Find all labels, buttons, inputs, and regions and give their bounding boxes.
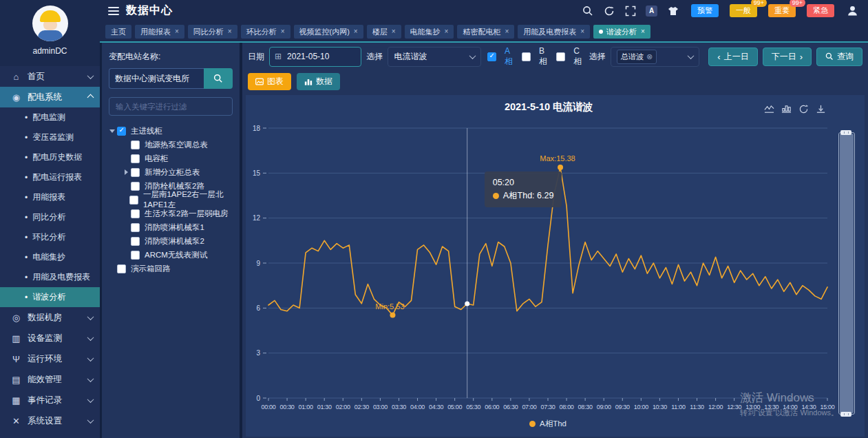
date-picker[interactable]: ⊞ bbox=[269, 47, 361, 67]
tree-node-一层南1APE2右一层北1APE1左[interactable]: 一层南1APE2右一层北1APE1左 bbox=[109, 193, 233, 207]
close-icon[interactable]: × bbox=[354, 25, 358, 39]
alert-badge-重要[interactable]: 重要99+ bbox=[768, 4, 796, 17]
close-icon[interactable]: × bbox=[445, 25, 449, 39]
sidebar-subitem-用能报表[interactable]: •用能报表 bbox=[0, 187, 100, 207]
tree-node-ARCM无线表测试[interactable]: ARCM无线表测试 bbox=[109, 248, 233, 262]
harmonic-order-select[interactable]: 总谐波 ⊗ bbox=[611, 47, 699, 67]
checkbox[interactable] bbox=[117, 127, 126, 136]
checkbox[interactable] bbox=[131, 251, 140, 260]
sidebar-subitem-同比分析[interactable]: •同比分析 bbox=[0, 207, 100, 227]
checkbox[interactable] bbox=[522, 52, 531, 61]
tab-用能报表[interactable]: 用能报表× bbox=[135, 25, 184, 39]
next-day-button[interactable]: 下一日 › bbox=[763, 48, 812, 66]
caret-down-icon[interactable] bbox=[109, 129, 116, 133]
sidebar-item-配电系统[interactable]: ◉配电系统 bbox=[0, 87, 100, 107]
alert-badge-一般[interactable]: 一般99+ bbox=[730, 4, 757, 17]
tree-node-主进线柜[interactable]: 主进线柜 bbox=[109, 124, 233, 138]
close-icon[interactable]: × bbox=[580, 25, 584, 39]
phase-checkbox-B相[interactable]: B相 bbox=[522, 46, 548, 67]
checkbox[interactable] bbox=[131, 223, 140, 232]
restore-icon[interactable] bbox=[798, 104, 809, 114]
checkbox[interactable] bbox=[131, 237, 140, 246]
fullscreen-icon[interactable] bbox=[624, 5, 636, 17]
phase-checkbox-A相[interactable]: A相 bbox=[487, 46, 514, 67]
sidebar-item-能效管理[interactable]: ▤能效管理 bbox=[0, 369, 100, 390]
sidebar-subitem-变压器监测[interactable]: •变压器监测 bbox=[0, 127, 100, 147]
close-icon[interactable]: × bbox=[175, 25, 179, 39]
sidebar-subitem-环比分析[interactable]: •环比分析 bbox=[0, 227, 100, 247]
date-input[interactable] bbox=[286, 51, 356, 62]
phase-checkbox-C相[interactable]: C相 bbox=[556, 46, 583, 67]
checkbox[interactable] bbox=[131, 209, 140, 218]
sidebar-subitem-电能集抄[interactable]: •电能集抄 bbox=[0, 247, 100, 267]
tree-node-消防喷淋机械泵1[interactable]: 消防喷淋机械泵1 bbox=[109, 220, 233, 234]
checkbox[interactable] bbox=[117, 264, 126, 273]
sidebar-subitem-用能及电费报表[interactable]: •用能及电费报表 bbox=[0, 267, 100, 287]
checkbox[interactable] bbox=[556, 52, 565, 61]
checkbox[interactable] bbox=[131, 154, 140, 163]
datazoom-handle-top[interactable] bbox=[840, 130, 851, 135]
tab-精密配电柜[interactable]: 精密配电柜× bbox=[457, 25, 514, 39]
prev-day-button[interactable]: ‹ 上一日 bbox=[708, 48, 757, 66]
datazoom-handle-bottom[interactable] bbox=[840, 412, 851, 417]
sidebar-item-设备监测[interactable]: ▥设备监测 bbox=[0, 328, 100, 348]
tab-环比分析[interactable]: 环比分析× bbox=[241, 25, 290, 39]
station-input[interactable] bbox=[109, 68, 204, 89]
line-view-icon[interactable] bbox=[764, 104, 774, 114]
refresh-icon[interactable] bbox=[603, 5, 615, 17]
sidebar-subitem-配电运行报表[interactable]: •配电运行报表 bbox=[0, 167, 100, 187]
caret-right-icon[interactable] bbox=[123, 169, 129, 175]
theme-skin-icon[interactable] bbox=[667, 5, 679, 17]
checkbox[interactable] bbox=[131, 182, 140, 191]
sidebar-item-系统设置[interactable]: ✕系统设置 bbox=[0, 410, 100, 431]
query-button[interactable]: 查询 bbox=[816, 48, 862, 66]
data-view-button[interactable]: 数据 bbox=[297, 73, 340, 90]
sidebar-item-事件记录[interactable]: ▦事件记录 bbox=[0, 390, 100, 410]
sidebar-item-数据机房[interactable]: ◎数据机房 bbox=[0, 307, 100, 328]
tab-用能及电费报表[interactable]: 用能及电费报表× bbox=[518, 25, 590, 39]
tag-remove-icon[interactable]: ⊗ bbox=[646, 52, 653, 61]
close-icon[interactable]: × bbox=[641, 25, 645, 39]
sidebar-item-首页[interactable]: ⌂首页 bbox=[0, 66, 100, 87]
station-search-button[interactable] bbox=[204, 68, 233, 89]
close-icon[interactable]: × bbox=[228, 25, 232, 39]
menu-toggle-icon[interactable] bbox=[108, 5, 119, 17]
chart-legend[interactable]: A相Thd bbox=[268, 419, 827, 429]
tab-电能集抄[interactable]: 电能集抄× bbox=[405, 25, 454, 39]
tab-谐波分析[interactable]: 谐波分析× bbox=[593, 25, 650, 39]
alert-badge-预警[interactable]: 预警 bbox=[691, 4, 719, 17]
datazoom-slider[interactable] bbox=[838, 132, 855, 415]
tree-node-消防喷淋机械泵2[interactable]: 消防喷淋机械泵2 bbox=[109, 234, 233, 248]
font-size-icon[interactable]: A bbox=[646, 6, 657, 17]
sidebar-subitem-配电监测[interactable]: •配电监测 bbox=[0, 107, 100, 127]
close-icon[interactable]: × bbox=[392, 25, 396, 39]
avatar[interactable] bbox=[32, 6, 68, 41]
download-icon[interactable] bbox=[816, 104, 826, 114]
tree-node-地源热泵空调总表[interactable]: 地源热泵空调总表 bbox=[109, 138, 233, 152]
checkbox[interactable] bbox=[129, 196, 138, 205]
tree-node-演示箱回路[interactable]: 演示箱回路 bbox=[109, 262, 233, 275]
tab-主页[interactable]: 主页 bbox=[105, 25, 131, 39]
tab-视频监控(内网)[interactable]: 视频监控(内网)× bbox=[294, 25, 363, 39]
tab-楼层[interactable]: 楼层× bbox=[367, 25, 401, 39]
tree-node-电容柜[interactable]: 电容柜 bbox=[109, 152, 233, 165]
checkbox[interactable] bbox=[131, 168, 140, 177]
search-icon[interactable] bbox=[582, 5, 593, 17]
sidebar-subitem-谐波分析[interactable]: •谐波分析 bbox=[0, 287, 100, 307]
checkbox[interactable] bbox=[131, 140, 140, 149]
tree-node-新增分立柜总表[interactable]: 新增分立柜总表 bbox=[109, 165, 233, 179]
checkbox[interactable] bbox=[487, 52, 496, 61]
chart-view-button[interactable]: 图表 bbox=[248, 73, 291, 90]
tree-node-生活水泵2路一层弱电房[interactable]: 生活水泵2路一层弱电房 bbox=[109, 207, 233, 220]
close-icon[interactable]: × bbox=[281, 25, 285, 39]
close-icon[interactable]: × bbox=[505, 25, 509, 39]
tree-filter-input[interactable] bbox=[109, 97, 233, 116]
bar-view-icon[interactable] bbox=[781, 104, 792, 114]
harmonic-type-select[interactable]: 电流谐波 bbox=[388, 47, 481, 67]
alert-badge-紧急[interactable]: 紧急 bbox=[807, 4, 834, 17]
tab-同比分析[interactable]: 同比分析× bbox=[188, 25, 237, 39]
sidebar-item-运行环境[interactable]: Ψ运行环境 bbox=[0, 348, 100, 369]
datazoom-fill[interactable] bbox=[840, 134, 854, 413]
sidebar-subitem-配电历史数据[interactable]: •配电历史数据 bbox=[0, 147, 100, 167]
user-icon[interactable] bbox=[847, 5, 858, 17]
